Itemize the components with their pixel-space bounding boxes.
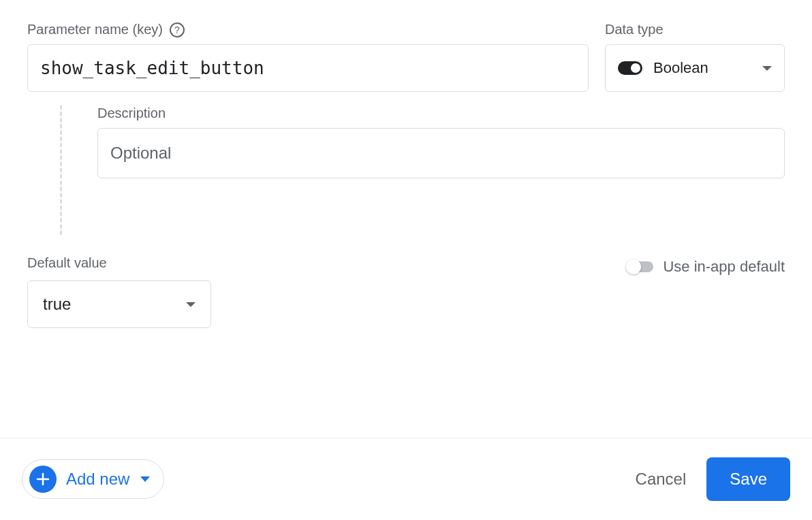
add-new-button[interactable]: Add new xyxy=(22,459,164,499)
data-type-label-row: Data type xyxy=(605,22,785,37)
in-app-default-label: Use in-app default xyxy=(663,258,785,276)
data-type-select[interactable]: Boolean xyxy=(605,44,785,92)
description-content: Description xyxy=(97,105,785,235)
default-value-text: true xyxy=(43,295,71,314)
boolean-icon xyxy=(618,61,642,75)
tree-connector xyxy=(60,105,62,235)
data-type-content: Boolean xyxy=(618,59,708,77)
in-app-default-toggle[interactable] xyxy=(627,261,653,272)
data-type-label: Data type xyxy=(605,22,663,37)
top-row: Parameter name (key) ? Data type Boolean xyxy=(27,22,785,92)
cancel-button[interactable]: Cancel xyxy=(636,470,687,489)
data-type-value: Boolean xyxy=(653,59,708,77)
default-value-group: Default value true xyxy=(27,255,211,328)
parameter-name-group: Parameter name (key) ? xyxy=(27,22,589,92)
parameter-name-label-row: Parameter name (key) ? xyxy=(27,22,589,37)
plus-icon xyxy=(29,466,57,493)
save-button[interactable]: Save xyxy=(706,457,790,501)
chevron-down-icon xyxy=(762,66,772,71)
footer-actions: Cancel Save xyxy=(636,457,790,501)
description-section: Description xyxy=(27,105,785,235)
add-new-label: Add new xyxy=(66,470,129,489)
chevron-down-icon xyxy=(140,476,150,482)
default-value-select[interactable]: true xyxy=(27,280,211,328)
parameter-name-label: Parameter name (key) xyxy=(27,22,163,37)
data-type-group: Data type Boolean xyxy=(605,22,785,92)
chevron-down-icon xyxy=(186,302,196,307)
default-value-section: Default value true Use in-app default xyxy=(27,255,785,328)
in-app-default-row: Use in-app default xyxy=(627,258,785,276)
footer: Add new Cancel Save xyxy=(0,438,812,520)
parameter-form: Parameter name (key) ? Data type Boolean… xyxy=(0,0,812,328)
default-value-label: Default value xyxy=(27,255,211,271)
description-label: Description xyxy=(97,105,166,120)
parameter-name-input[interactable] xyxy=(27,44,589,92)
description-input[interactable] xyxy=(97,128,785,178)
help-icon[interactable]: ? xyxy=(170,22,185,37)
